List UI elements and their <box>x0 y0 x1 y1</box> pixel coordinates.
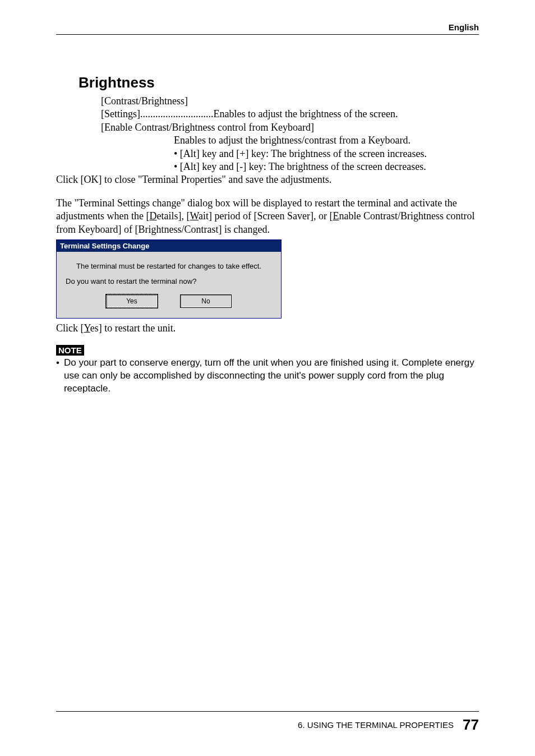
settings-line: [Settings].............................E… <box>101 108 479 121</box>
footer: 6. USING THE TERMINAL PROPERTIES 77 <box>56 711 479 734</box>
header-language: English <box>56 22 479 32</box>
header-rule <box>56 34 479 35</box>
yes-button[interactable]: Yes <box>106 294 158 308</box>
note-list: • Do your part to conserve energy, turn … <box>56 357 479 395</box>
page-container: English Brightness [Contrast/Brightness]… <box>0 0 535 756</box>
dialog-title-bar: Terminal Settings Change <box>57 240 281 252</box>
dialog-body: The terminal must be restarted for chang… <box>57 252 281 318</box>
desc-bullet-decrease: • [Alt] key and [-] key: The brightness … <box>174 160 479 173</box>
dialog-button-row: Yes No <box>66 294 272 312</box>
terminal-settings-dialog: Terminal Settings Change The terminal mu… <box>56 239 282 319</box>
section-title: Brightness <box>79 74 479 91</box>
desc-bullet-increase: • [Alt] key and [+] key: The brightness … <box>174 147 479 160</box>
bullet-icon: • <box>56 357 59 395</box>
no-button[interactable]: No <box>180 294 232 308</box>
page-number: 77 <box>463 716 479 733</box>
note-badge: NOTE <box>56 345 84 356</box>
footer-text: 6. USING THE TERMINAL PROPERTIES 77 <box>56 716 479 734</box>
contrast-brightness-label: [Contrast/Brightness] <box>101 95 479 108</box>
desc-keyboard: Enables to adjust the brightness/contras… <box>174 134 479 147</box>
note-text: Do your part to conserve energy, turn of… <box>64 357 479 395</box>
dialog-message-2: Do you want to restart the terminal now? <box>66 277 272 285</box>
note-item: • Do your part to conserve energy, turn … <box>56 357 479 395</box>
click-yes-text: Click [Yes] to restart the unit. <box>56 322 479 335</box>
click-ok-text: Click [OK] to close "Terminal Properties… <box>56 173 479 186</box>
footer-rule <box>56 711 479 712</box>
dialog-message-1: The terminal must be restarted for chang… <box>66 262 272 270</box>
footer-chapter: 6. USING THE TERMINAL PROPERTIES <box>298 720 454 730</box>
enable-line: [Enable Contrast/Brightness control from… <box>101 121 479 134</box>
dialog-intro-text: The "Terminal Settings change" dialog bo… <box>56 197 479 236</box>
